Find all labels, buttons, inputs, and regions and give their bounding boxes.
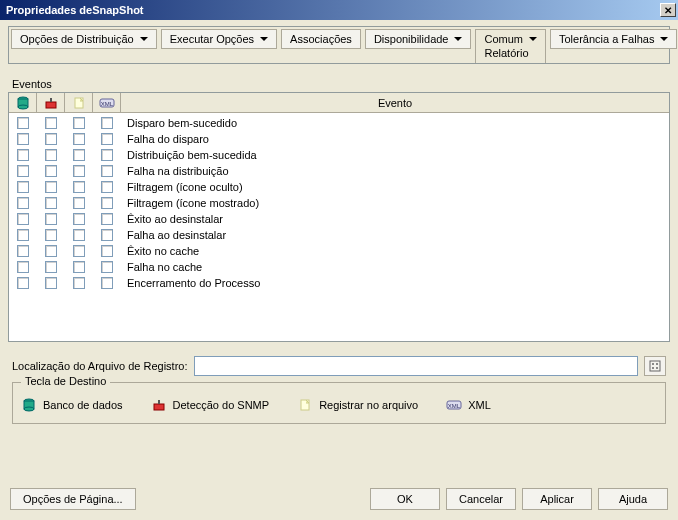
event-checkbox[interactable] xyxy=(73,117,85,129)
checkbox-cell xyxy=(37,117,65,129)
event-checkbox[interactable] xyxy=(73,149,85,161)
event-checkbox[interactable] xyxy=(17,229,29,241)
header-event-label: Evento xyxy=(378,97,412,109)
log-location-input[interactable] xyxy=(194,356,639,376)
event-checkbox[interactable] xyxy=(17,133,29,145)
event-checkbox[interactable] xyxy=(101,149,113,161)
checkbox-cell xyxy=(37,245,65,257)
dialog-button-row: Opções de Página... OK Cancelar Aplicar … xyxy=(10,488,668,510)
event-checkbox[interactable] xyxy=(101,117,113,129)
titlebar: Propriedades deSnapShot ✕ xyxy=(0,0,678,20)
legend-xml-label: XML xyxy=(468,399,491,411)
chevron-down-icon xyxy=(260,37,268,41)
event-checkbox[interactable] xyxy=(45,245,57,257)
file-icon xyxy=(71,95,87,111)
event-checkbox[interactable] xyxy=(17,245,29,257)
event-checkbox[interactable] xyxy=(17,149,29,161)
event-checkbox[interactable] xyxy=(73,165,85,177)
event-checkbox[interactable] xyxy=(73,277,85,289)
event-checkbox[interactable] xyxy=(73,197,85,209)
tab-executar[interactable]: Executar Opções xyxy=(161,29,277,49)
header-col-event[interactable]: Evento xyxy=(121,93,669,112)
ok-button[interactable]: OK xyxy=(370,488,440,510)
checkbox-cell xyxy=(93,117,121,129)
header-col-db[interactable] xyxy=(9,93,37,112)
event-checkbox[interactable] xyxy=(45,261,57,273)
svg-point-11 xyxy=(652,367,654,369)
event-checkbox[interactable] xyxy=(73,181,85,193)
checkbox-cell xyxy=(65,165,93,177)
event-checkbox[interactable] xyxy=(45,165,57,177)
browse-button[interactable] xyxy=(644,356,666,376)
event-checkbox[interactable] xyxy=(17,165,29,177)
tab-label: Opções de Distribuição xyxy=(20,33,134,45)
groupbox-label: Tecla de Destino xyxy=(21,375,110,387)
event-checkbox[interactable] xyxy=(45,149,57,161)
header-col-xml[interactable]: XML xyxy=(93,93,121,112)
tab-tolerancia[interactable]: Tolerância a Falhas xyxy=(550,29,677,49)
legend-db-label: Banco de dados xyxy=(43,399,123,411)
log-location-label: Localização do Arquivo de Registro: xyxy=(12,360,188,372)
event-checkbox[interactable] xyxy=(73,213,85,225)
checkbox-cell xyxy=(65,197,93,209)
event-checkbox[interactable] xyxy=(73,261,85,273)
help-button[interactable]: Ajuda xyxy=(598,488,668,510)
event-checkbox[interactable] xyxy=(101,261,113,273)
events-table: XML Evento Disparo bem-sucedidoFalha do … xyxy=(8,92,670,342)
event-checkbox[interactable] xyxy=(45,117,57,129)
event-checkbox[interactable] xyxy=(17,181,29,193)
event-checkbox[interactable] xyxy=(73,133,85,145)
event-checkbox[interactable] xyxy=(73,245,85,257)
event-checkbox[interactable] xyxy=(17,277,29,289)
event-checkbox[interactable] xyxy=(101,181,113,193)
checkbox-cell xyxy=(37,229,65,241)
event-checkbox[interactable] xyxy=(101,229,113,241)
event-checkbox[interactable] xyxy=(17,117,29,129)
event-checkbox[interactable] xyxy=(73,229,85,241)
checkbox-cell xyxy=(93,181,121,193)
checkbox-cell xyxy=(93,277,121,289)
content-area: Opções de Distribuição Executar Opções A… xyxy=(0,20,678,438)
event-checkbox[interactable] xyxy=(17,261,29,273)
event-checkbox[interactable] xyxy=(45,229,57,241)
event-checkbox[interactable] xyxy=(17,213,29,225)
close-button[interactable]: ✕ xyxy=(660,3,676,17)
event-checkbox[interactable] xyxy=(101,197,113,209)
event-checkbox[interactable] xyxy=(101,245,113,257)
tab-comum[interactable]: Comum Relatório xyxy=(475,29,546,63)
event-checkbox[interactable] xyxy=(101,165,113,177)
tab-distribuicao[interactable]: Opções de Distribuição xyxy=(11,29,157,49)
checkbox-cell xyxy=(65,117,93,129)
tab-disponibilidade[interactable]: Disponibilidade xyxy=(365,29,472,49)
event-checkbox[interactable] xyxy=(45,181,57,193)
header-col-snmp[interactable] xyxy=(37,93,65,112)
snmp-icon xyxy=(43,95,59,111)
event-checkbox[interactable] xyxy=(45,213,57,225)
event-checkbox[interactable] xyxy=(45,133,57,145)
event-checkbox[interactable] xyxy=(17,197,29,209)
event-checkbox[interactable] xyxy=(45,277,57,289)
checkbox-cell xyxy=(9,197,37,209)
event-label: Falha ao desinstalar xyxy=(121,229,669,241)
events-header: XML Evento xyxy=(9,93,669,113)
checkbox-cell xyxy=(9,181,37,193)
checkbox-cell xyxy=(37,277,65,289)
legend-file: Registrar no arquivo xyxy=(297,397,418,413)
checkbox-cell xyxy=(9,213,37,225)
table-row: Distribuição bem-sucedida xyxy=(9,147,669,163)
apply-button[interactable]: Aplicar xyxy=(522,488,592,510)
tab-label: Associações xyxy=(290,33,352,45)
chevron-down-icon xyxy=(660,37,668,41)
checkbox-cell xyxy=(93,165,121,177)
legend-xml: XML XML xyxy=(446,397,491,413)
table-row: Disparo bem-sucedido xyxy=(9,115,669,131)
event-checkbox[interactable] xyxy=(101,213,113,225)
event-checkbox[interactable] xyxy=(101,133,113,145)
event-checkbox[interactable] xyxy=(101,277,113,289)
tab-associacoes[interactable]: Associações xyxy=(281,29,361,49)
page-options-button[interactable]: Opções de Página... xyxy=(10,488,136,510)
svg-point-15 xyxy=(24,407,34,411)
cancel-button[interactable]: Cancelar xyxy=(446,488,516,510)
event-checkbox[interactable] xyxy=(45,197,57,209)
header-col-file[interactable] xyxy=(65,93,93,112)
